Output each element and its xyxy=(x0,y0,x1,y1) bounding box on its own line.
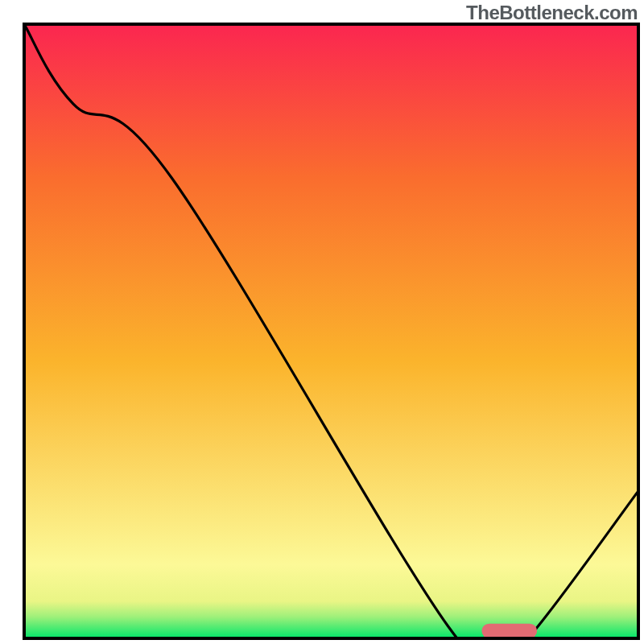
watermark-text: TheBottleneck.com xyxy=(466,2,638,24)
chart-svg xyxy=(0,0,644,644)
optimum-marker xyxy=(481,624,537,638)
plot-background xyxy=(24,24,638,638)
bottleneck-chart: TheBottleneck.com xyxy=(0,0,644,644)
